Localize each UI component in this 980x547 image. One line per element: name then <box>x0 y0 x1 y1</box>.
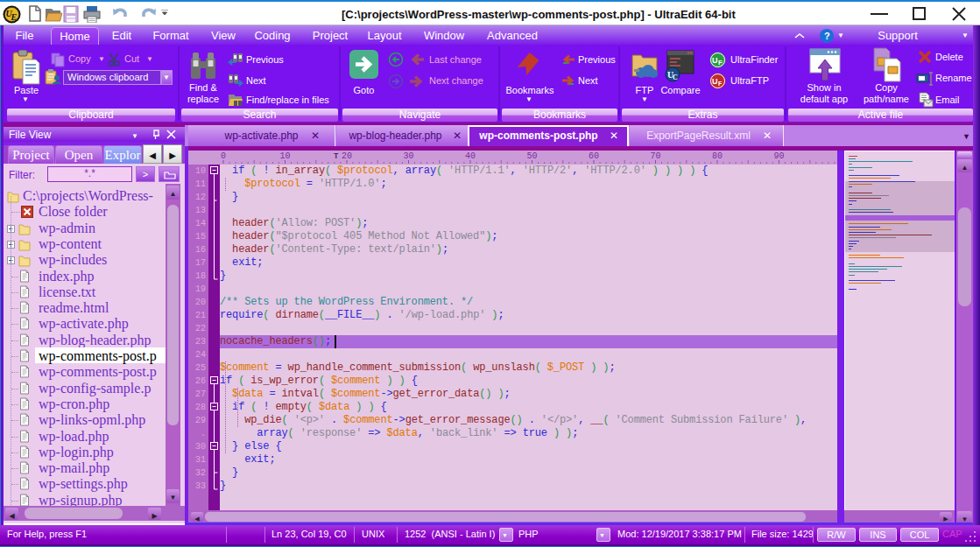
svg-text:T: T <box>334 152 339 161</box>
svg-text:E: E <box>11 12 18 22</box>
svg-text:70: 70 <box>650 151 660 161</box>
svg-text:20: 20 <box>342 151 352 161</box>
svg-text:90: 90 <box>773 151 784 161</box>
svg-text:U: U <box>712 77 718 86</box>
svg-text:60: 60 <box>589 151 599 161</box>
svg-text:C: C <box>673 74 678 81</box>
svg-text:50: 50 <box>526 151 537 161</box>
svg-text:U: U <box>712 56 718 65</box>
svg-text:30: 30 <box>403 151 413 161</box>
svg-text:40: 40 <box>465 151 476 161</box>
svg-text:?: ? <box>824 31 830 41</box>
svg-text:F: F <box>718 81 723 87</box>
svg-text:80: 80 <box>712 151 723 161</box>
svg-text:F: F <box>718 59 723 67</box>
svg-text:10: 10 <box>279 151 290 161</box>
svg-text:0: 0 <box>221 151 226 161</box>
